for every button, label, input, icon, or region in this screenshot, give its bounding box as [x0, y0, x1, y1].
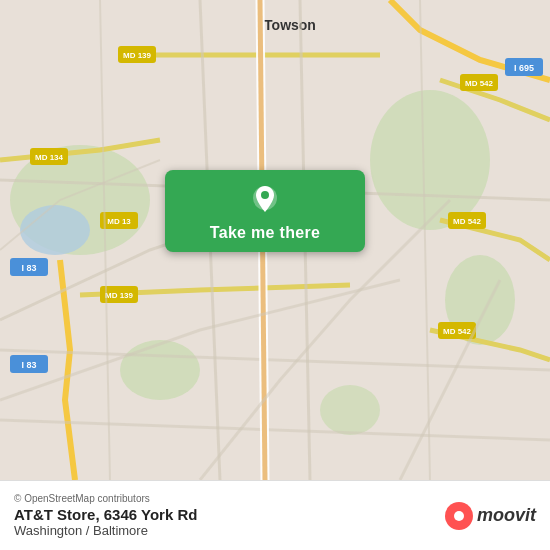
map-container: I 695 MD 139 Towson MD 134 MD 542 MD 542…	[0, 0, 550, 480]
svg-point-4	[120, 340, 200, 400]
moovit-logo: moovit	[445, 502, 536, 530]
footer: © OpenStreetMap contributors AT&T Store,…	[0, 480, 550, 550]
svg-text:MD 542: MD 542	[443, 327, 472, 336]
location-pin-icon	[247, 182, 283, 218]
map-attribution: © OpenStreetMap contributors	[14, 493, 197, 504]
svg-point-29	[261, 191, 269, 199]
svg-text:MD 542: MD 542	[453, 217, 482, 226]
svg-text:I 83: I 83	[21, 263, 36, 273]
svg-point-6	[20, 205, 90, 255]
svg-text:MD 139: MD 139	[105, 291, 134, 300]
footer-left: © OpenStreetMap contributors AT&T Store,…	[14, 493, 197, 538]
store-location: Washington / Baltimore	[14, 523, 197, 538]
svg-text:I 83: I 83	[21, 360, 36, 370]
store-name: AT&T Store, 6346 York Rd	[14, 506, 197, 523]
svg-text:MD 542: MD 542	[465, 79, 494, 88]
take-me-there-button[interactable]: Take me there	[165, 170, 365, 252]
svg-point-2	[370, 90, 490, 230]
moovit-dot-inner	[454, 511, 464, 521]
take-me-there-label: Take me there	[210, 224, 320, 242]
moovit-dot-icon	[445, 502, 473, 530]
svg-text:MD 13: MD 13	[107, 217, 131, 226]
svg-text:MD 134: MD 134	[35, 153, 64, 162]
svg-point-5	[320, 385, 380, 435]
svg-text:Towson: Towson	[264, 17, 316, 33]
svg-text:I 695: I 695	[514, 63, 534, 73]
moovit-brand-text: moovit	[477, 505, 536, 526]
svg-text:MD 139: MD 139	[123, 51, 152, 60]
